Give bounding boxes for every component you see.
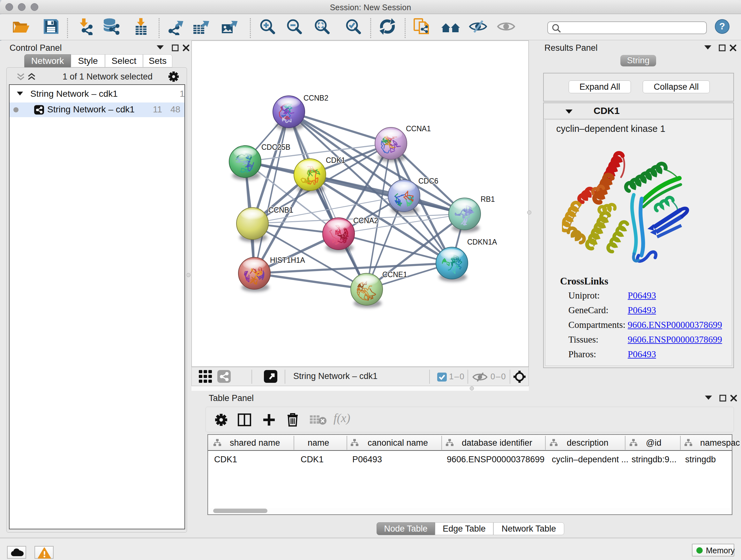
svg-text:?: ? bbox=[719, 21, 725, 31]
